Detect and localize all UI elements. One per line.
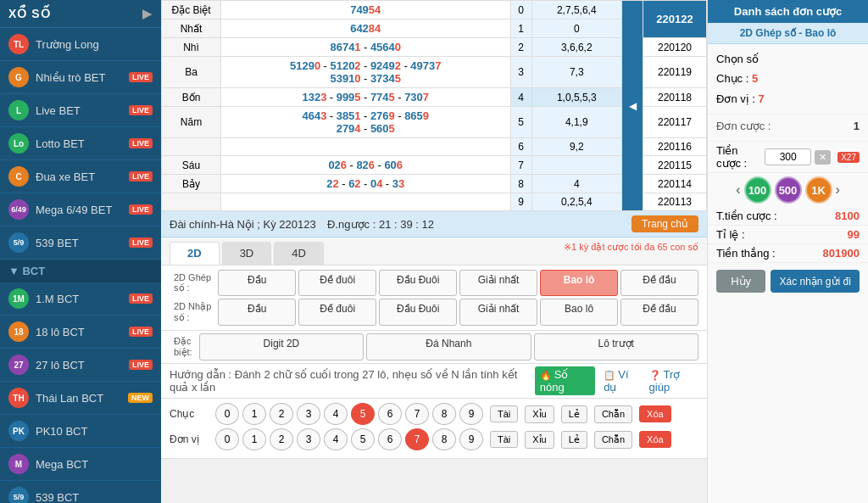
chuc-xoa-btn[interactable]: Xóa bbox=[639, 405, 671, 422]
don-vi-xiu-btn[interactable]: Xỉu bbox=[525, 431, 554, 449]
bet-btn-bao-lo-1[interactable]: Bao lô bbox=[540, 270, 618, 296]
chuc-btn-5[interactable]: 5 bbox=[351, 403, 375, 425]
chuc-btn-9[interactable]: 9 bbox=[459, 403, 483, 425]
row-result: 22 - 62 - 04 - 33 bbox=[221, 175, 511, 193]
chuc-btn-4[interactable]: 4 bbox=[324, 403, 348, 425]
don-vi-btn-0[interactable]: 0 bbox=[215, 428, 239, 450]
chuc-btn-7[interactable]: 7 bbox=[405, 403, 429, 425]
bet-btn-giai-nhat-1[interactable]: Giải nhất bbox=[459, 270, 537, 296]
chuc-btn-2[interactable]: 2 bbox=[270, 403, 293, 425]
don-vi-btn-7[interactable]: 7 bbox=[405, 428, 429, 450]
chip-1k[interactable]: 1K bbox=[805, 176, 832, 204]
bet-btn-da-nhanh[interactable]: Đá Nhanh bbox=[366, 333, 531, 360]
chuc-chan-btn[interactable]: Chẵn bbox=[594, 405, 632, 423]
bet-btn-de-dau-1[interactable]: Đề đầu bbox=[620, 270, 698, 296]
don-cuoc-row: Đơn cược : 1 bbox=[716, 120, 860, 132]
sidebar-item-label: 539 BET bbox=[36, 237, 122, 249]
so-nong-btn[interactable]: 🔥 Số nóng bbox=[535, 366, 596, 395]
sidebar-header: XỔ SỐ ▶ bbox=[0, 0, 161, 28]
tab-3d[interactable]: 3D bbox=[222, 242, 272, 265]
sidebar-item-1m-bct[interactable]: 1M 1.M BCT LIVE bbox=[0, 282, 161, 316]
chuc-btn-6[interactable]: 6 bbox=[378, 403, 402, 425]
don-vi-btn-6[interactable]: 6 bbox=[378, 428, 402, 450]
bet-btn-dau-duoi-2[interactable]: Đầu Đuôi bbox=[379, 299, 457, 326]
bet-btn-bao-lo-2[interactable]: Bao lô bbox=[540, 299, 618, 326]
sidebar-item-thai-lan-bct[interactable]: TH Thái Lan BCT NEW bbox=[0, 382, 161, 415]
chip-100[interactable]: 100 bbox=[744, 176, 771, 204]
don-vi-btn-1[interactable]: 1 bbox=[242, 428, 266, 450]
sidebar-item-18-lo-bct[interactable]: 18 18 lô BCT LIVE bbox=[0, 316, 161, 349]
sidebar-item-539-bet[interactable]: 5/9 539 BET LIVE bbox=[0, 226, 161, 260]
sidebar-item-lotto-bet[interactable]: Lo Lotto BET LIVE bbox=[0, 127, 161, 160]
sidebar-item-27-lo-bct[interactable]: 27 27 lô BCT LIVE bbox=[0, 349, 161, 382]
chuc-xiu-btn[interactable]: Xỉu bbox=[525, 405, 554, 423]
539-icon: 5/9 bbox=[8, 232, 29, 253]
pk10-icon: PK bbox=[8, 421, 29, 441]
tien-cuoc-input[interactable] bbox=[765, 148, 811, 165]
sidebar-item-label: Mega 6/49 BET bbox=[36, 204, 122, 216]
don-vi-le-btn[interactable]: Lẻ bbox=[561, 431, 587, 449]
sidebar-item-mega-649[interactable]: 6/49 Mega 6/49 BET LIVE bbox=[0, 193, 161, 226]
bet-btn-dau-duoi-1[interactable]: Đầu Đuôi bbox=[379, 270, 457, 296]
t-tien-cuoc-label: T.tiền cược : bbox=[716, 210, 777, 222]
don-vi-btn-2[interactable]: 2 bbox=[270, 428, 293, 450]
sidebar-item-truong-long[interactable]: TL Trường Long bbox=[0, 28, 161, 61]
sidebar-item-dua-xe-bet[interactable]: C Đua xe BET LIVE bbox=[0, 160, 161, 193]
bet-btn-de-duoi-1[interactable]: Đề đuôi bbox=[298, 270, 376, 296]
don-vi-xoa-btn[interactable]: Xóa bbox=[639, 431, 671, 448]
result-number: 2 bbox=[326, 177, 332, 190]
mega-649-icon: 6/49 bbox=[8, 199, 29, 220]
bet-btn-lo-truot[interactable]: Lô trượt bbox=[534, 333, 698, 360]
tien-thang-label: Tiền thắng : bbox=[716, 247, 776, 260]
trang-chu-btn[interactable]: Trang chủ bbox=[632, 215, 698, 232]
don-vi-btn-4[interactable]: 4 bbox=[324, 428, 348, 450]
don-vi-tai-btn[interactable]: Tài bbox=[490, 431, 518, 448]
chip-next-btn[interactable]: › bbox=[836, 182, 840, 198]
bet-btn-dau-1[interactable]: Đầu bbox=[218, 270, 296, 296]
section-bct[interactable]: ▼ BCT bbox=[0, 260, 161, 282]
nhieu-tro-icon: G bbox=[8, 67, 29, 87]
prev-code-btn[interactable]: ◀ bbox=[622, 1, 643, 211]
sidebar-item-mega-bct[interactable]: M Mega BCT bbox=[0, 448, 161, 481]
result-number: 3 bbox=[392, 177, 398, 190]
confirm-btn[interactable]: Xác nhận gửi đi bbox=[771, 270, 860, 293]
huy-btn[interactable]: Hủy bbox=[716, 270, 765, 293]
chuc-btn-0[interactable]: 0 bbox=[215, 403, 239, 425]
result-number-red: 0 bbox=[354, 72, 360, 85]
vi-du-btn[interactable]: 📋 Ví dụ bbox=[604, 368, 640, 394]
chip-500[interactable]: 500 bbox=[775, 176, 802, 204]
sidebar-item-nhieu-tro-bet[interactable]: G Nhiều trò BET LIVE bbox=[0, 61, 161, 94]
don-vi-value: Đơn vị : 7 bbox=[716, 89, 860, 109]
row-odds: 0 bbox=[531, 20, 622, 38]
don-vi-btn-9[interactable]: 9 bbox=[459, 428, 483, 450]
sidebar-item-pk10-bct[interactable]: PK PK10 BCT bbox=[0, 415, 161, 448]
sidebar-item-label: Thái Lan BCT bbox=[36, 392, 121, 405]
chuc-btn-1[interactable]: 1 bbox=[242, 403, 266, 425]
bet-btn-dau-2[interactable]: Đầu bbox=[218, 299, 296, 326]
result-number-red: 84 bbox=[369, 22, 381, 35]
bet-btn-de-duoi-2[interactable]: Đề đuôi bbox=[298, 299, 376, 326]
sidebar-item-539-bct[interactable]: 5/9 539 BCT bbox=[0, 481, 161, 503]
don-vi-btn-3[interactable]: 3 bbox=[297, 428, 320, 450]
sidebar-item-live-bet[interactable]: L Live BET LIVE bbox=[0, 94, 161, 127]
chip-prev-btn[interactable]: ‹ bbox=[736, 182, 740, 198]
tro-giup-btn[interactable]: ❓ Trợ giúp bbox=[649, 368, 698, 394]
don-vi-btn-5[interactable]: 5 bbox=[351, 428, 375, 450]
don-vi-btn-8[interactable]: 8 bbox=[432, 428, 456, 450]
chip-1k-label: 1K bbox=[811, 184, 826, 197]
don-vi-chan-btn[interactable]: Chẵn bbox=[594, 431, 632, 449]
bet-btn-digit-2d[interactable]: Digit 2D bbox=[199, 333, 364, 360]
bet-btn-de-dau-2[interactable]: Đề đầu bbox=[620, 299, 698, 326]
chip-row: ‹ 100 500 1K › bbox=[708, 173, 868, 207]
tab-2d[interactable]: 2D bbox=[170, 242, 220, 265]
chuc-tai-btn[interactable]: Tài bbox=[490, 405, 518, 422]
result-number-red: 7 bbox=[435, 59, 441, 72]
chon-so-label: Chọn số bbox=[716, 49, 860, 69]
chuc-btn-8[interactable]: 8 bbox=[432, 403, 456, 425]
bet-btn-giai-nhat-2[interactable]: Giải nhất bbox=[459, 299, 537, 326]
chuc-btn-3[interactable]: 3 bbox=[297, 403, 320, 425]
tab-4d[interactable]: 4D bbox=[274, 242, 324, 265]
sidebar-collapse-icon[interactable]: ▶ bbox=[142, 7, 153, 20]
clear-tien-cuoc-btn[interactable]: ✕ bbox=[815, 150, 831, 165]
chuc-le-btn[interactable]: Lẻ bbox=[561, 405, 587, 423]
